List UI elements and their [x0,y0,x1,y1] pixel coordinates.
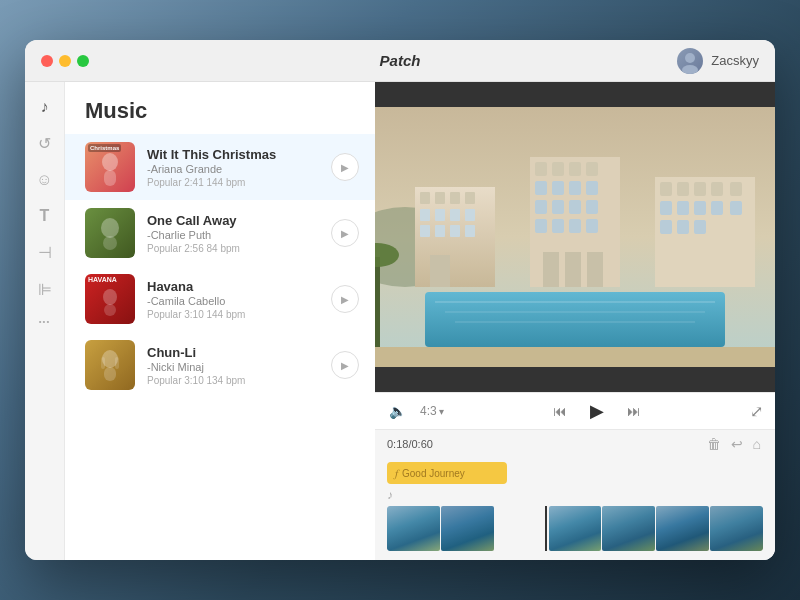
svg-rect-40 [586,181,598,195]
sidebar-icon-adjust[interactable]: ⊫ [38,280,52,299]
titlebar: Patch Zacskyy [25,40,775,82]
music-item-wit-it[interactable]: Christmas Wit It This Christmas -Ariana … [65,134,375,200]
video-area [375,82,775,392]
svg-rect-36 [586,162,598,176]
play-pause-button[interactable]: ▶ [581,395,613,427]
svg-rect-48 [586,219,598,233]
music-list: Christmas Wit It This Christmas -Ariana … [65,134,375,560]
sidebar-icon-more[interactable]: ••• [39,317,50,326]
music-info-wit-it: Wit It This Christmas -Ariana Grande Pop… [147,147,331,188]
sidebar-icon-media[interactable]: ⊣ [38,243,52,262]
svg-rect-49 [543,252,559,287]
svg-rect-5 [103,236,117,250]
music-info-chun-li: Chun-Li -Nicki Minaj Popular 3:10 134 bp… [147,345,331,386]
svg-rect-22 [465,192,475,204]
sidebar-icon-text[interactable]: T [40,207,50,225]
resort-image [375,82,775,392]
sidebar-icon-music[interactable]: ♪ [41,98,49,116]
svg-rect-55 [694,182,706,196]
svg-rect-27 [420,225,430,237]
music-meta-chun-li: Popular 3:10 134 bpm [147,375,331,386]
thumb-wit-it: Christmas [85,142,135,192]
svg-rect-47 [569,219,581,233]
aspect-ratio-selector[interactable]: 4:3 ▾ [420,404,444,418]
play-button-wit-it[interactable]: ▶ [331,153,359,181]
svg-rect-20 [435,192,445,204]
svg-rect-71 [375,257,380,347]
svg-rect-58 [660,201,672,215]
home-button[interactable]: ⌂ [751,434,763,454]
music-artist-chun-li: -Nicki Minaj [147,361,331,373]
music-track-row: ♪ [387,488,763,502]
music-artist-wit-it: -Ariana Grande [147,163,331,175]
user-profile[interactable]: Zacskyy [677,48,759,74]
volume-button[interactable]: 🔈 [387,403,408,419]
music-track-icon: ♪ [387,488,393,502]
svg-rect-41 [535,200,547,214]
thumb-label-wit: Christmas [88,144,121,152]
track-label: Good Journey [402,468,465,479]
svg-rect-21 [450,192,460,204]
app-window: Patch Zacskyy ♪ ↺ ☺ T ⊣ ⊫ ••• Music [25,40,775,560]
music-panel: Music Christmas Wit It This Christmas -A… [65,82,375,560]
thumb-one-call [85,208,135,258]
svg-rect-62 [730,201,742,215]
timeline-track-area: 𝑓 Good Journey ♪ [375,458,775,560]
music-meta-havana: Popular 3:10 144 bpm [147,309,331,320]
svg-rect-25 [450,209,460,221]
svg-point-4 [101,218,119,238]
undo-button[interactable]: ↩ [729,434,745,454]
avatar [677,48,703,74]
close-button[interactable] [41,55,53,67]
svg-rect-70 [375,347,775,367]
svg-rect-51 [587,252,603,287]
svg-rect-9 [104,367,116,381]
music-item-chun-li[interactable]: Chun-Li -Nicki Minaj Popular 3:10 134 bp… [65,332,375,398]
music-item-one-call[interactable]: One Call Away -Charlie Puth Popular 2:56… [65,200,375,266]
sidebar-icon-history[interactable]: ↺ [38,134,51,153]
timeline-action-icons: 🗑 ↩ ⌂ [705,434,763,454]
minimize-button[interactable] [59,55,71,67]
right-panel: 🔈 4:3 ▾ ⏮ ▶ ⏭ ⤢ 0:18/0:60 🗑 ↩ [375,82,775,560]
svg-rect-35 [569,162,581,176]
svg-point-0 [685,53,695,63]
filmstrip-segment-7 [710,506,763,551]
music-title-havana: Havana [147,279,331,294]
music-info-havana: Havana -Camila Cabello Popular 3:10 144 … [147,279,331,320]
svg-rect-57 [730,182,742,196]
svg-rect-30 [465,225,475,237]
filmstrip-segment-3 [495,506,548,551]
svg-rect-59 [677,201,689,215]
svg-rect-3 [104,170,116,186]
fullscreen-button[interactable]: ⤢ [750,402,763,421]
delete-clip-button[interactable]: 🗑 [705,434,723,454]
svg-rect-50 [565,252,581,287]
filmstrip-segment-6 [656,506,709,551]
svg-rect-10 [101,357,105,369]
svg-rect-33 [535,162,547,176]
sidebar-icon-emoji[interactable]: ☺ [36,171,52,189]
thumb-chun-li [85,340,135,390]
music-title-chun-li: Chun-Li [147,345,331,360]
music-artist-havana: -Camila Cabello [147,295,331,307]
yellow-track[interactable]: 𝑓 Good Journey [387,462,507,484]
music-panel-header: Music [65,82,375,134]
music-artist-one-call: -Charlie Puth [147,229,331,241]
svg-rect-11 [115,357,119,369]
filmstrip-area[interactable] [387,506,763,560]
play-button-chun-li[interactable]: ▶ [331,351,359,379]
filmstrip-segment-4 [549,506,602,551]
app-title: Patch [380,52,421,69]
svg-rect-54 [677,182,689,196]
filmstrip-segment-1 [387,506,440,551]
play-button-one-call[interactable]: ▶ [331,219,359,247]
time-display: 0:18/0:60 [387,438,433,450]
play-button-havana[interactable]: ▶ [331,285,359,313]
svg-point-1 [682,65,698,74]
timeline-top: 0:18/0:60 🗑 ↩ ⌂ [375,430,775,458]
maximize-button[interactable] [77,55,89,67]
svg-rect-60 [694,201,706,215]
music-item-havana[interactable]: HAVANA Havana -Camila Cabello Popular 3:… [65,266,375,332]
rewind-button[interactable]: ⏮ [551,403,569,419]
forward-button[interactable]: ⏭ [625,403,643,419]
